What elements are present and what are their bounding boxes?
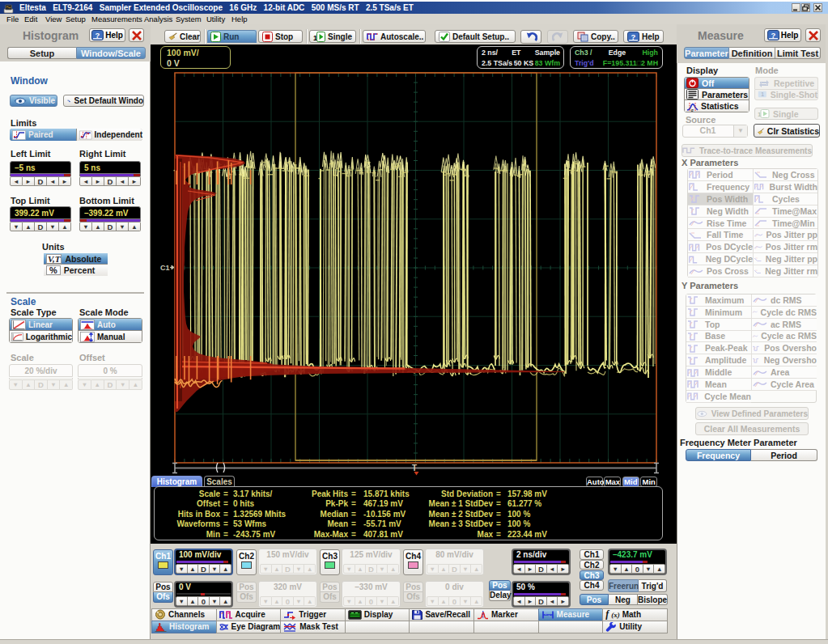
svg-text:?: ?	[771, 31, 775, 40]
svg-text:?: ?	[631, 32, 636, 41]
svg-text:σ: σ	[691, 107, 694, 112]
svg-text:?: ?	[96, 31, 100, 40]
svg-text:C1: C1	[160, 264, 170, 272]
svg-text:1: 1	[761, 92, 764, 98]
svg-text:T: T	[412, 464, 417, 472]
